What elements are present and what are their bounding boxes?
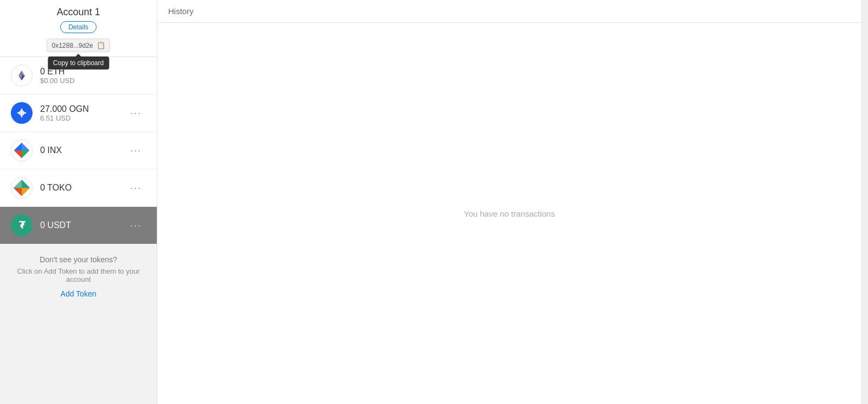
token-item-eth[interactable]: 0 ETH $0.00 USD	[0, 57, 157, 94]
details-button[interactable]: Details	[60, 21, 97, 33]
inx-amount: 0 INX	[40, 146, 126, 155]
address-text: 0x1288...9d2e	[52, 42, 93, 49]
toko-token-info: 0 TOKO	[40, 183, 126, 193]
ogn-token-info: 27.000 OGN 6.51 USD	[40, 104, 126, 122]
usdt-amount: 0 USDT	[40, 220, 126, 230]
ogn-token-icon	[11, 102, 33, 124]
eth-amount: 0 ETH	[40, 67, 146, 77]
toko-token-icon	[11, 177, 33, 199]
token-item-toko[interactable]: 0 TOKO ···	[0, 169, 157, 207]
add-token-link[interactable]: Add Token	[61, 289, 97, 298]
add-token-sub: Click on Add Token to add them to your a…	[9, 267, 148, 283]
address-row: 0x1288...9d2e 📋 Copy to clipboard	[9, 39, 148, 52]
toko-menu-button[interactable]: ···	[126, 180, 146, 196]
usdt-token-info: 0 USDT	[40, 220, 126, 230]
token-item-inx[interactable]: 0 INX ···	[0, 132, 157, 169]
left-sidebar: Account 1 Details 0x1288...9d2e 📋 Copy t…	[0, 0, 157, 404]
eth-token-icon	[11, 65, 33, 86]
account-title: Account 1	[9, 7, 148, 18]
account-panel: Account 1 Details 0x1288...9d2e 📋 Copy t…	[0, 0, 157, 310]
usdt-menu-button[interactable]: ···	[126, 218, 146, 233]
scrollbar-track[interactable]	[861, 0, 868, 404]
copy-to-clipboard-icon[interactable]: 📋	[97, 41, 105, 49]
dont-see-text: Don't see your tokens?	[9, 255, 148, 264]
add-token-section: Don't see your tokens? Click on Add Toke…	[0, 244, 157, 310]
usdt-token-icon: ₮	[11, 214, 33, 236]
history-tab[interactable]: History	[157, 0, 861, 23]
main-content: History You have no transactions	[157, 0, 861, 404]
inx-token-info: 0 INX	[40, 146, 126, 155]
eth-token-info: 0 ETH $0.00 USD	[40, 67, 146, 85]
no-transactions-text: You have no transactions	[157, 23, 861, 404]
ogn-amount: 27.000 OGN	[40, 104, 126, 114]
token-item-usdt[interactable]: ₮ 0 USDT ···	[0, 207, 157, 244]
inx-token-icon	[11, 140, 33, 161]
eth-usd: $0.00 USD	[40, 77, 146, 85]
toko-amount: 0 TOKO	[40, 183, 126, 193]
inx-menu-button[interactable]: ···	[126, 143, 146, 159]
token-list: 0 ETH $0.00 USD 27.000 OGN 6.51 USD	[0, 57, 157, 244]
account-header: Account 1 Details 0x1288...9d2e 📋 Copy t…	[0, 0, 157, 57]
address-badge: 0x1288...9d2e 📋	[47, 39, 110, 52]
ogn-menu-button[interactable]: ···	[126, 105, 146, 121]
token-item-ogn[interactable]: 27.000 OGN 6.51 USD ···	[0, 94, 157, 132]
ogn-usd: 6.51 USD	[40, 114, 126, 122]
